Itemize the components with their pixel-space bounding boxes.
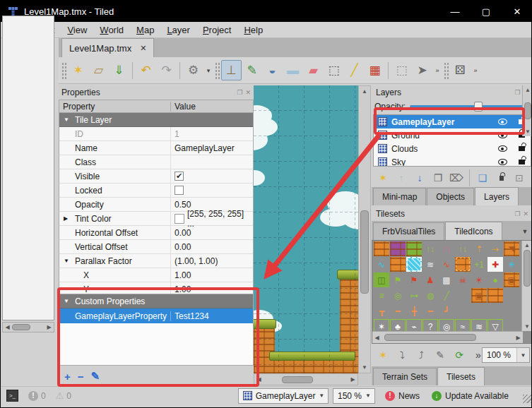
magic-wand-tool[interactable]: ╱ [344, 60, 365, 80]
scroll-down-icon[interactable]: ▼ [523, 323, 532, 330]
bucket-fill-tool[interactable]: ◒ [262, 60, 283, 80]
close-panel-icon[interactable]: ✕ [523, 210, 528, 217]
tile[interactable]: ⇡ [471, 241, 487, 256]
toolbar-grip[interactable] [215, 62, 220, 79]
redo-button[interactable]: ↷ [156, 60, 177, 80]
tile[interactable]: ▣ [471, 288, 487, 303]
toggle-other-layers-button[interactable]: ❏ [474, 169, 491, 186]
new-tileset-button[interactable]: ✶ [374, 347, 391, 364]
property-row-locked[interactable]: Locked [59, 184, 253, 198]
tileset-tab-tiledicons[interactable]: TiledIcons [445, 222, 502, 240]
layer-row-sky[interactable]: Sky [374, 155, 531, 167]
property-value[interactable]: 0.00 [170, 226, 253, 239]
tile[interactable]: ↑↓ [455, 241, 471, 256]
layer-opacity-slider[interactable] [410, 101, 527, 112]
export-tileset-button[interactable]: ⤴ [413, 347, 430, 364]
tileset-tab-frbvisualtiles[interactable]: FrbVisualTiles [373, 222, 444, 240]
tile[interactable] [374, 241, 389, 256]
property-value[interactable]: 0.00 [170, 240, 253, 253]
tile[interactable]: ☠ [455, 272, 471, 287]
highlight-current-layer-button[interactable]: ⊡ [511, 169, 528, 186]
remove-layer-button[interactable]: ⌦ [448, 169, 465, 186]
scroll-left-icon[interactable]: ◀ [3, 324, 12, 330]
new-map-button[interactable]: ✶ [68, 60, 88, 80]
property-value[interactable]: ✔ [170, 169, 253, 183]
property-row-visible[interactable]: Visible✔ [59, 169, 253, 184]
tileset-tabs-dropdown-icon[interactable]: ▼ [517, 222, 532, 240]
custom-properties-section[interactable]: ▼ Custom Properties [59, 294, 253, 308]
tab-close-icon[interactable]: ✕ [140, 44, 146, 53]
tile[interactable]: ♟ [422, 272, 438, 287]
open-file-button[interactable]: ▱ [88, 60, 109, 80]
menu-world[interactable]: World [93, 23, 130, 37]
tile[interactable]: ◫ [374, 272, 389, 287]
float-panel-icon[interactable]: ❐ [514, 210, 520, 217]
menu-layer[interactable]: Layer [160, 23, 196, 37]
tile[interactable]: ◍ [422, 288, 438, 303]
tile[interactable] [406, 241, 422, 256]
current-layer-combo[interactable]: GameplayLayer ▼ [238, 388, 329, 404]
tile[interactable]: ━ [390, 304, 406, 318]
console-icon[interactable]: >_ [6, 390, 18, 402]
scroll-left-icon[interactable]: ◀ [372, 335, 382, 341]
tile[interactable] [390, 241, 406, 256]
project-hscrollbar[interactable]: ◀ ▶ [2, 322, 54, 332]
minimize-button[interactable]: — [439, 1, 471, 22]
lock-layer-button[interactable] [492, 169, 509, 186]
automap-button[interactable]: ⚙ [183, 60, 203, 80]
shape-fill-tool[interactable]: ▬ [283, 60, 303, 80]
warning-icon[interactable]: ⚠ [56, 390, 64, 401]
expand-arrow-icon[interactable]: ▶ [64, 215, 68, 222]
tile[interactable]: ∿ [374, 257, 389, 272]
tile[interactable]: ↑↓ [439, 241, 454, 256]
tile[interactable]: ◥ [504, 241, 519, 256]
property-row-id[interactable]: ID1 [59, 127, 253, 141]
tile[interactable]: ✳ [504, 257, 519, 272]
tile[interactable] [390, 257, 406, 272]
property-value[interactable]: [255, 255, 255] ... [170, 212, 253, 225]
property-value[interactable]: (1.00, 1.00) [170, 254, 253, 268]
select-objects-tool[interactable]: ⬚ [391, 60, 412, 80]
layer-row-clouds[interactable]: Clouds [374, 142, 531, 155]
lower-layer-button[interactable]: ↓ [411, 169, 428, 186]
float-panel-icon[interactable]: ❐ [237, 89, 242, 96]
tile[interactable]: ┛ [439, 304, 454, 318]
same-tile-select-tool[interactable]: ▦ [365, 60, 385, 80]
color-swatch[interactable] [175, 214, 184, 224]
new-layer-button[interactable]: ✶ [374, 169, 391, 186]
property-row-name[interactable]: NameGameplayLayer [59, 141, 253, 155]
scroll-down-icon[interactable]: ▼ [524, 128, 532, 135]
tile[interactable]: ▣ [504, 272, 519, 287]
scroll-up-icon[interactable]: ▲ [523, 242, 532, 248]
random-mode-button[interactable]: ⚄ [450, 60, 471, 80]
menu-map[interactable]: Map [130, 23, 160, 37]
tile[interactable]: ┳ [374, 304, 389, 318]
add-property-button[interactable]: + [64, 371, 71, 383]
tile[interactable]: ↑↓ [422, 241, 438, 256]
property-row-vertical-offset[interactable]: Vertical Offset0.00 [59, 240, 253, 254]
toolbar-overflow[interactable]: » [432, 60, 442, 80]
tile[interactable] [487, 288, 503, 303]
edit-property-button[interactable]: ✎ [91, 370, 100, 383]
tile[interactable]: ≋ [422, 257, 438, 272]
scroll-right-icon[interactable]: ▶ [348, 376, 357, 383]
rectangular-select-tool[interactable]: ⬚ [324, 60, 344, 80]
tile[interactable]: ◎ [390, 288, 406, 303]
property-value[interactable]: 1.00 [170, 268, 253, 282]
tile[interactable]: ● [487, 272, 503, 287]
layers-vscrollbar[interactable]: ▲ ▼ [522, 85, 532, 136]
tile[interactable]: ∿ [439, 257, 454, 272]
tile[interactable]: ☀ [471, 272, 487, 287]
toolbar-overflow-2[interactable]: » [471, 60, 480, 80]
float-panel-icon[interactable]: ❐ [514, 89, 520, 96]
tile[interactable]: ▩ [439, 272, 454, 287]
edit-polygons-tool[interactable]: ➤ [412, 60, 432, 80]
custom-property-row[interactable]: GameplayLayerProperty Test1234 [59, 308, 253, 323]
expand-arrow-icon[interactable]: ▼ [64, 258, 69, 264]
tab-mini-map[interactable]: Mini-map [373, 188, 426, 205]
tileset-hscrollbar[interactable]: ◀ ▶ [372, 331, 523, 343]
reload-tileset-button[interactable]: ⟳ [451, 347, 468, 364]
unlocked-icon[interactable] [519, 160, 525, 164]
property-section-tile-layer[interactable]: ▼Tile Layer [59, 113, 253, 127]
stamp-brush-tool[interactable]: ⊥ [221, 60, 242, 80]
